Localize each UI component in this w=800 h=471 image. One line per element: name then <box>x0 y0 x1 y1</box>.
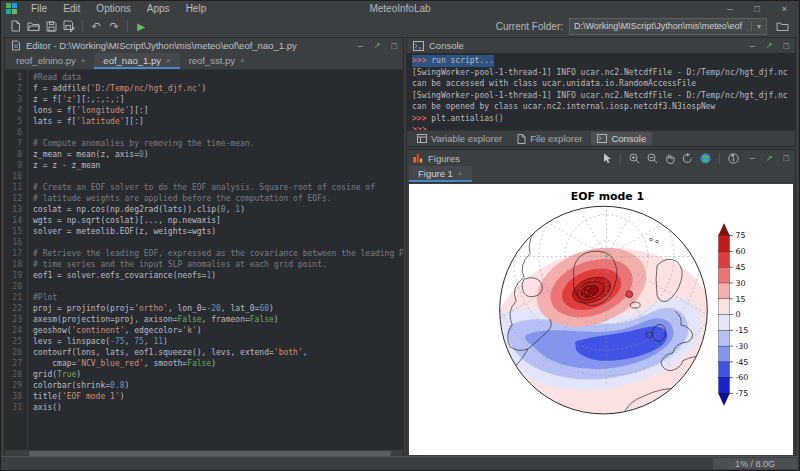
chevron-down-icon[interactable]: ▾ <box>751 22 766 31</box>
line-number: 9 <box>5 160 25 171</box>
panel-minimize-icon[interactable]: – <box>750 153 755 163</box>
menu-file[interactable]: File <box>23 1 55 16</box>
file-explorer-icon <box>517 134 526 144</box>
menu-apps[interactable]: Apps <box>139 1 178 16</box>
code-line[interactable]: 9z = z - z_mean <box>5 160 403 171</box>
code-line[interactable]: 16 <box>5 237 403 248</box>
run-script-icon[interactable]: ▶ <box>132 18 150 34</box>
tab-close-icon[interactable]: × <box>240 56 245 65</box>
memory-indicator: 1% / 8.0G <box>713 458 797 469</box>
code-line[interactable]: 24geoshow('continent', edgecolor='k') <box>5 325 403 336</box>
zoom-out-icon[interactable] <box>647 153 658 164</box>
current-folder-label: Current Folder: <box>496 21 563 32</box>
colorbar-tick-label: 75 <box>735 231 745 240</box>
colorbar-tick-label: 15 <box>735 295 745 304</box>
tab-figure-1[interactable]: Figure 1 × <box>409 166 472 182</box>
code-line[interactable]: 12# latitude weights are applied before … <box>5 193 403 204</box>
code-line[interactable]: 17# Retrieve the leading EOF, expressed … <box>5 248 403 259</box>
panel-float-icon[interactable]: ↗ <box>766 154 773 163</box>
tab-close-icon[interactable]: × <box>166 56 171 65</box>
line-number: 16 <box>5 237 25 248</box>
code-line[interactable]: 10 <box>5 171 403 182</box>
panel-maximize-icon[interactable]: □ <box>784 41 789 51</box>
console-output[interactable]: >>> run script...[SwingWorker-pool-1-thr… <box>407 53 795 130</box>
code-line[interactable]: 27 cmap='NCV_blue_red', smooth=False) <box>5 358 403 369</box>
panel-float-icon[interactable]: ↗ <box>766 41 773 50</box>
code-line[interactable]: 30title('EOF mode 1') <box>5 391 403 402</box>
console-line: >>> run script... <box>412 55 790 67</box>
colorbar-tick-label: 30 <box>735 279 745 288</box>
full-extent-globe-icon[interactable] <box>700 153 711 164</box>
new-file-icon[interactable] <box>6 18 24 34</box>
pan-icon[interactable] <box>665 153 675 164</box>
console-header: Console – ↗ □ <box>407 38 795 53</box>
line-number: 6 <box>5 127 25 138</box>
panel-float-icon[interactable]: ↗ <box>374 41 381 50</box>
tab-variable-explorer[interactable]: Variable explorer <box>411 132 508 145</box>
figure-canvas[interactable]: EOF mode 1 <box>409 184 793 455</box>
code-line[interactable]: 22proj = projinfo(proj='ortho', lon_0=-2… <box>5 303 403 314</box>
code-line[interactable]: 3z = f['z'][:,:,:,:] <box>5 94 403 105</box>
tab-close-icon[interactable]: × <box>81 56 86 65</box>
tab-reof-sst[interactable]: reof_sst.py × <box>180 53 254 69</box>
panel-minimize-icon[interactable]: – <box>750 41 755 51</box>
code-line[interactable]: 21#Plot <box>5 292 403 303</box>
statusbar: 1% / 8.0G <box>1 456 799 470</box>
toolbar-separator <box>82 20 83 32</box>
save-as-icon[interactable] <box>60 18 78 34</box>
code-line[interactable]: 4lons = f['longitude'][:] <box>5 105 403 116</box>
code-line[interactable]: 29colorbar(shrink=0.8) <box>5 380 403 391</box>
panel-minimize-icon[interactable]: – <box>358 41 363 51</box>
code-editor-area[interactable]: 1#Read data2f = addfile('D:/Temp/nc/hgt_… <box>5 70 403 450</box>
line-number: 25 <box>5 336 25 347</box>
tab-eof-nao-1[interactable]: eof_nao_1.py × <box>94 53 179 69</box>
line-number: 30 <box>5 391 25 402</box>
window-close-button[interactable]: × <box>782 4 787 14</box>
code-line[interactable]: 28grid(True) <box>5 369 403 380</box>
rotate-icon[interactable] <box>682 153 693 164</box>
code-line[interactable]: 23axesm(projection=proj, axison=False, f… <box>5 314 403 325</box>
menu-options[interactable]: Options <box>88 1 138 16</box>
code-line[interactable]: 31axis() <box>5 402 403 413</box>
identify-icon[interactable] <box>728 153 739 164</box>
code-line[interactable]: 19eof1 = solver.eofs_covariance(neofs=1) <box>5 270 403 281</box>
tab-close-icon[interactable]: × <box>458 169 463 178</box>
code-line[interactable]: 11# Create an EOF solver to do the EOF a… <box>5 182 403 193</box>
panel-maximize-icon[interactable]: □ <box>784 153 789 163</box>
line-number: 31 <box>5 402 25 413</box>
code-line[interactable]: 8z_mean = mean(z, axis=0) <box>5 149 403 160</box>
current-folder-combobox[interactable]: D:\Working\MIScript\Jython\mis\meteo\eof… <box>569 18 767 35</box>
menu-edit[interactable]: Edit <box>55 1 88 16</box>
undo-icon[interactable]: ↶ <box>87 18 105 34</box>
code-line[interactable]: 7# Compute anomalies by removing the tim… <box>5 138 403 149</box>
tab-reof-elnino[interactable]: reof_elnino.py × <box>7 53 94 69</box>
tab-file-explorer[interactable]: File explorer <box>511 132 588 145</box>
code-line[interactable]: 18# time series and the input SLP anomal… <box>5 259 403 270</box>
code-line[interactable]: 14wgts = np.sqrt(coslat)[..., np.newaxis… <box>5 215 403 226</box>
window-minimize-button[interactable]: – <box>727 4 732 14</box>
editor-header: Editor - D:\Working\MIScript\Jython\mis\… <box>5 38 403 53</box>
open-file-icon[interactable] <box>24 18 42 34</box>
panel-maximize-icon[interactable]: □ <box>392 41 397 51</box>
line-number: 7 <box>5 138 25 149</box>
code-line[interactable]: 1#Read data <box>5 72 403 83</box>
code-line[interactable]: 20 <box>5 281 403 292</box>
line-number: 11 <box>5 182 25 193</box>
code-line[interactable]: 5lats = f['latitude'][:] <box>5 116 403 127</box>
tab-console[interactable]: Console <box>591 132 652 145</box>
code-line[interactable]: 15solver = meteolib.EOF(z, weights=wgts) <box>5 226 403 237</box>
code-line[interactable]: 13coslat = np.cos(np.deg2rad(lats)).clip… <box>5 204 403 215</box>
code-line[interactable]: 26contourf(lons, lats, eof1.squeeze(), l… <box>5 347 403 358</box>
window-maximize-button[interactable]: □ <box>754 4 759 14</box>
editor-tabbar: reof_elnino.py × eof_nao_1.py × reof_sst… <box>5 53 403 70</box>
redo-icon[interactable]: ↷ <box>105 18 123 34</box>
code-line[interactable]: 2f = addfile('D:/Temp/nc/hgt_djf.nc') <box>5 83 403 94</box>
menu-help[interactable]: Help <box>178 1 215 16</box>
save-icon[interactable] <box>42 18 60 34</box>
line-number: 2 <box>5 83 25 94</box>
code-line[interactable]: 25levs = linspace(-75, 75, 11) <box>5 336 403 347</box>
zoom-in-icon[interactable] <box>629 153 640 164</box>
select-icon[interactable] <box>603 153 612 164</box>
code-line[interactable]: 6 <box>5 127 403 138</box>
browse-folder-icon[interactable] <box>773 18 791 34</box>
